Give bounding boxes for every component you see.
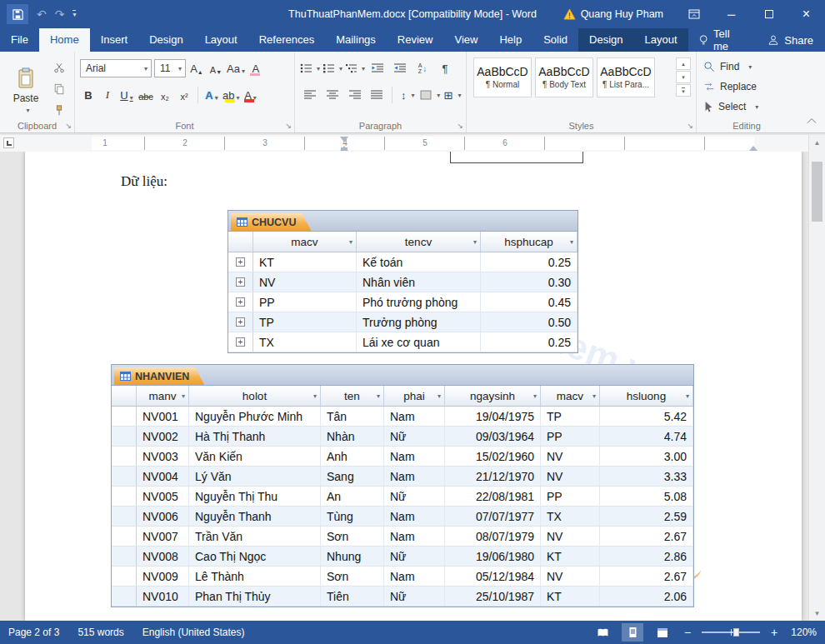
strikethrough-button[interactable]: abc [138, 86, 154, 104]
text-effects-button[interactable]: A▾ [203, 86, 220, 104]
zoom-in-button[interactable]: + [768, 626, 780, 639]
increase-indent-button[interactable] [390, 59, 410, 77]
align-right-button[interactable] [345, 86, 365, 104]
superscript-button[interactable]: x² [176, 86, 192, 104]
ribbon-tab[interactable]: Insert [90, 28, 139, 52]
show-paragraph-marks-button[interactable]: ¶ [435, 59, 455, 77]
zoom-slider[interactable] [702, 632, 760, 633]
undo-icon[interactable]: ↶ [37, 7, 47, 21]
grow-font-button[interactable]: A▲ [188, 59, 205, 77]
styles-scroll-up-button[interactable]: ▴ [676, 57, 691, 70]
page-indicator[interactable]: Page 2 of 3 [8, 627, 59, 638]
ribbon-tab[interactable]: References [248, 28, 325, 52]
ruler-numbers: 123456 [65, 138, 545, 147]
shrink-font-button[interactable]: A▼ [208, 59, 224, 77]
chevron-down-icon: ▾ [755, 103, 758, 111]
font-name-combo[interactable]: Arial▾ [80, 59, 152, 77]
record-selector: + [228, 252, 253, 272]
cut-button[interactable] [50, 60, 68, 75]
styles-more-button[interactable]: ▾ [676, 84, 691, 97]
minimize-button[interactable]: ─ [712, 0, 750, 28]
language-indicator[interactable]: English (United States) [142, 627, 245, 638]
scrollbar-thumb[interactable] [812, 162, 822, 222]
bold-button[interactable]: B [80, 86, 97, 104]
change-case-button[interactable]: Aa▾ [227, 59, 245, 77]
ribbon-tab[interactable]: File [0, 28, 39, 52]
collapse-ribbon-button[interactable] [807, 112, 817, 127]
ribbon-tab[interactable]: Home [39, 28, 90, 52]
align-center-button[interactable] [322, 86, 342, 104]
paste-button[interactable]: Paste ▾ [7, 57, 45, 124]
save-button[interactable] [7, 4, 28, 24]
bullets-button[interactable]: ▾ [300, 59, 320, 77]
paragraph-dialog-launcher[interactable]: ↘ [457, 122, 463, 130]
ribbon-tab[interactable]: Layout [634, 28, 688, 52]
ribbon-tab[interactable]: Design [138, 28, 193, 52]
style-name: ¶ List Para... [602, 80, 649, 89]
ribbon-tab[interactable]: Solid [532, 28, 578, 52]
tell-me-button[interactable]: Tell me [688, 28, 757, 52]
clear-formatting-button[interactable]: A [248, 59, 264, 77]
numbering-button[interactable]: ▾ [322, 59, 342, 77]
ribbon-tab[interactable]: Layout [194, 28, 248, 52]
justify-button[interactable] [367, 86, 387, 104]
italic-button[interactable]: I [99, 86, 116, 104]
style-card[interactable]: AaBbCcD ¶ Body Text [535, 57, 593, 97]
subscript-button[interactable]: x₂ [157, 86, 173, 104]
redo-icon[interactable]: ↷ [55, 7, 65, 21]
styles-dialog-launcher[interactable]: ↘ [687, 122, 693, 130]
font-dialog-launcher[interactable]: ↘ [285, 122, 292, 130]
clipboard-dialog-launcher[interactable]: ↘ [65, 122, 72, 130]
styles-scroll-down-button[interactable]: ▾ [676, 71, 691, 83]
multilevel-list-button[interactable]: ▾ [345, 59, 365, 77]
ribbon-tab[interactable]: Mailings [325, 28, 387, 52]
decrease-indent-button[interactable] [368, 59, 388, 77]
ribbon-tab[interactable]: Help [488, 28, 532, 52]
print-layout-button[interactable] [622, 623, 643, 642]
sort-button[interactable]: AZ↓ [412, 59, 432, 77]
account-button[interactable]: Quang Huy Pham [552, 8, 675, 20]
format-painter-button[interactable] [50, 103, 68, 118]
zoom-out-button[interactable]: − [682, 626, 693, 639]
scroll-down-arrow[interactable]: ▼ [809, 606, 825, 621]
style-card[interactable]: AaBbCcD ¶ List Para... [597, 57, 655, 97]
maximize-button[interactable] [750, 0, 788, 28]
cell-macv: TX [541, 507, 600, 526]
copy-button[interactable] [50, 82, 68, 97]
line-spacing-button[interactable]: ↕▾ [398, 86, 418, 104]
web-layout-button[interactable] [652, 623, 673, 642]
font-color-button[interactable]: A▾ [242, 86, 258, 104]
highlight-button[interactable]: ab▾ [222, 86, 239, 104]
chucvu-table-image[interactable]: CHUCVU macv tencv hsphucap + KT Kế to [228, 210, 578, 353]
customize-qat-icon[interactable]: ▾ [72, 10, 76, 18]
borders-button[interactable]: ⊞▾ [442, 86, 462, 104]
underline-button[interactable]: U▾ [118, 86, 135, 104]
select-button[interactable]: Select ▾ [697, 97, 797, 117]
share-button[interactable]: Share [756, 28, 825, 52]
ribbon-tab[interactable]: View [443, 28, 488, 52]
font-size-combo[interactable]: 11▾ [154, 59, 186, 77]
zoom-level[interactable]: 120% [788, 627, 817, 638]
document-text[interactable]: Dữ liệu: [121, 173, 168, 190]
left-indent-marker[interactable] [341, 147, 348, 150]
word-count[interactable]: 515 words [78, 627, 123, 638]
style-card[interactable]: AaBbCcD ¶ Normal [473, 57, 532, 97]
replace-button[interactable]: Replace [697, 77, 797, 97]
document-page[interactable]: Dữ liệu: ThuThuatPhanMem.vn CHUCVU macv … [25, 152, 802, 621]
ribbon-display-options-button[interactable] [675, 0, 712, 28]
ribbon-tab[interactable]: Design [578, 28, 633, 52]
zoom-slider-thumb[interactable] [733, 628, 739, 637]
vertical-scrollbar[interactable]: ▲ ▼ [808, 135, 825, 621]
shading-button[interactable]: ▾ [420, 86, 440, 104]
ribbon-tab[interactable]: Review [387, 28, 444, 52]
read-mode-button[interactable] [592, 623, 613, 642]
close-button[interactable]: × [788, 0, 825, 28]
tab-selector[interactable] [3, 137, 14, 148]
column-header-hsphucap: hsphucap [481, 232, 578, 252]
nhanvien-table-image[interactable]: NHANVIEN manv holot ten phai ngaysinh ma… [111, 364, 694, 607]
find-button[interactable]: Find ▾ [697, 57, 797, 77]
column-header-macv: macv [253, 232, 357, 252]
align-left-button[interactable] [300, 86, 320, 104]
right-indent-marker[interactable] [749, 142, 758, 151]
scroll-up-arrow[interactable]: ▲ [809, 135, 825, 150]
